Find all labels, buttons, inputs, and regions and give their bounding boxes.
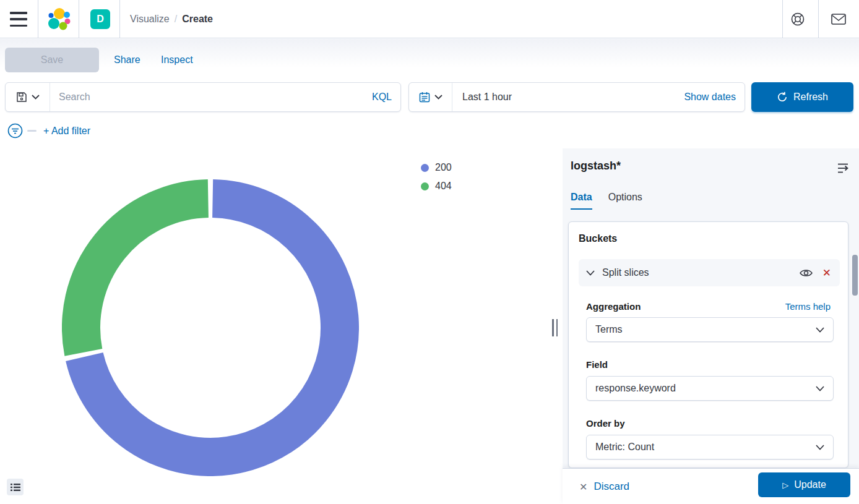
header-divider — [38, 0, 38, 38]
chevron-down-icon — [816, 327, 824, 333]
aggregation-value: Terms — [595, 324, 623, 335]
kql-button[interactable]: KQL — [363, 92, 400, 103]
legend-item-404[interactable]: 404 — [421, 181, 452, 192]
show-dates-button[interactable]: Show dates — [675, 92, 745, 103]
scrollbar-thumb[interactable] — [852, 255, 858, 296]
order-by-value: Metric: Count — [595, 442, 654, 453]
editor-tabs: Data Options — [571, 192, 642, 210]
header-divider — [119, 0, 120, 38]
date-picker: Last 1 hour Show dates — [408, 82, 745, 112]
save-icon — [16, 92, 27, 103]
order-by-label: Order by — [586, 418, 625, 429]
chevron-down-icon — [434, 95, 442, 100]
elastic-logo[interactable] — [47, 7, 71, 31]
field-select[interactable]: response.keyword — [586, 376, 834, 401]
mail-icon — [830, 12, 847, 27]
header-divider — [782, 0, 783, 38]
aggregation-label: Aggregation — [586, 301, 641, 312]
time-range-value[interactable]: Last 1 hour — [452, 92, 675, 103]
legend-toggle-button[interactable] — [7, 479, 24, 495]
order-by-select[interactable]: Metric: Count — [586, 435, 834, 459]
chevron-down-icon[interactable] — [586, 270, 595, 276]
filter-dash — [27, 130, 37, 132]
chevron-down-icon — [816, 386, 824, 391]
editor-footer: ✕ Discard ▷ Update — [563, 468, 859, 504]
aggregation-select[interactable]: Terms — [586, 317, 834, 342]
breadcrumb-visualize[interactable]: Visualize — [130, 14, 170, 25]
breadcrumb: Visualize / Create — [130, 0, 213, 38]
tab-options[interactable]: Options — [608, 192, 642, 210]
space-badge[interactable]: D — [90, 9, 110, 29]
donut-chart — [62, 179, 359, 476]
eye-icon[interactable] — [800, 268, 813, 278]
saved-query-menu-button[interactable] — [6, 83, 50, 111]
save-button[interactable]: Save — [5, 48, 99, 72]
newsfeed-button[interactable] — [829, 10, 848, 28]
split-slices-panel: Split slices ✕ — [579, 259, 840, 286]
terms-help-link[interactable]: Terms help — [785, 301, 831, 312]
discard-label: Discard — [594, 481, 629, 493]
menu-icon[interactable] — [9, 11, 28, 28]
buckets-heading: Buckets — [579, 233, 617, 244]
quick-select-date-button[interactable] — [409, 83, 452, 111]
header-divider — [79, 0, 79, 38]
remove-bucket-button[interactable]: ✕ — [822, 267, 831, 280]
field-value: response.keyword — [595, 383, 676, 394]
search-box: KQL — [5, 82, 401, 112]
breadcrumb-create: Create — [182, 14, 213, 25]
help-icon — [790, 11, 806, 27]
help-button[interactable] — [788, 10, 807, 28]
breadcrumb-separator: / — [175, 14, 177, 25]
play-icon: ▷ — [782, 481, 788, 490]
update-button[interactable]: ▷ Update — [758, 472, 850, 497]
donut-slice-404[interactable] — [81, 199, 208, 352]
update-label: Update — [794, 479, 826, 490]
collapse-sidebar-button[interactable] — [835, 161, 850, 176]
filter-icon[interactable] — [7, 123, 23, 139]
panel-resizer[interactable] — [550, 148, 562, 504]
refresh-label: Refresh — [793, 92, 828, 103]
header-divider — [818, 0, 819, 38]
legend-item-200[interactable]: 200 — [421, 162, 452, 173]
search-input[interactable] — [50, 92, 363, 103]
visualize-toolbar: Save Share Inspect — [0, 39, 859, 80]
share-button[interactable]: Share — [114, 48, 140, 72]
legend-dot-404 — [421, 182, 429, 190]
tab-data[interactable]: Data — [571, 192, 592, 210]
filter-bar: + Add filter — [0, 121, 859, 141]
menu-right-icon — [835, 161, 850, 176]
cross-icon: ✕ — [579, 481, 587, 493]
vis-editor-sidebar: logstash* Data Options Buckets Split sli… — [563, 148, 859, 504]
chart-legend: 200 404 — [421, 162, 452, 192]
inspect-button[interactable]: Inspect — [161, 48, 193, 72]
buckets-card: Buckets Split slices ✕ Aggregation Terms… — [568, 221, 848, 468]
legend-label: 200 — [435, 162, 452, 173]
chevron-down-icon — [32, 95, 40, 100]
refresh-button[interactable]: Refresh — [751, 82, 853, 112]
legend-dot-200 — [421, 164, 429, 172]
split-slices-toggle[interactable]: Split slices — [602, 267, 800, 278]
app-header: D Visualize / Create — [0, 0, 859, 38]
refresh-icon — [777, 92, 788, 103]
legend-label: 404 — [435, 181, 452, 192]
resizer-grip-icon — [552, 319, 558, 336]
add-filter-button[interactable]: + Add filter — [43, 123, 90, 139]
list-icon — [11, 483, 20, 492]
chevron-down-icon — [816, 445, 824, 450]
visualization-area: 200 404 — [0, 148, 562, 504]
query-bar: KQL Last 1 hour Show dates Refresh — [0, 82, 859, 112]
index-pattern-title: logstash* — [571, 160, 621, 173]
discard-button[interactable]: ✕ Discard — [579, 477, 629, 496]
field-label: Field — [586, 359, 608, 370]
calendar-icon — [419, 92, 430, 103]
